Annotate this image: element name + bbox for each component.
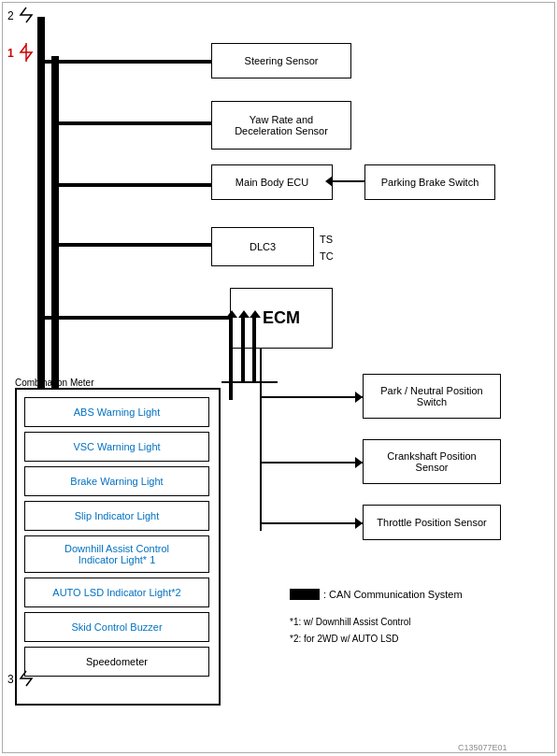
diagram-border <box>2 2 555 753</box>
diagram-container: 2 1 Steering Sensor Yaw Rate and Deceler… <box>0 0 557 756</box>
